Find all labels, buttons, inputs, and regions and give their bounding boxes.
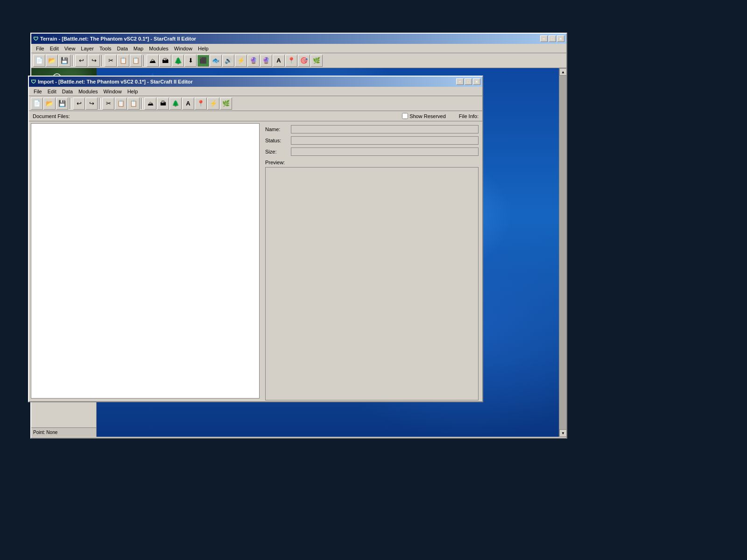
toolbar-doodad1[interactable]: ⚡	[235, 55, 247, 67]
import-tb-terrain2[interactable]: 🏔	[157, 98, 169, 110]
toolbar-tree[interactable]: 🌲	[172, 55, 184, 67]
import-tb-new[interactable]: 📄	[31, 98, 43, 110]
import-close-button[interactable]: ×	[473, 78, 480, 85]
file-info-label: File Info:	[459, 113, 479, 119]
menu-file[interactable]: File	[33, 45, 47, 52]
toolbar-new[interactable]: 📄	[33, 55, 45, 67]
preview-box	[265, 167, 479, 400]
import-menu-window[interactable]: Window	[101, 88, 125, 95]
import-tb-undo[interactable]: ↩	[73, 98, 85, 110]
close-button[interactable]: ×	[557, 35, 564, 42]
point-info: Point: None	[31, 427, 96, 437]
import-menu-data[interactable]: Data	[59, 88, 76, 95]
size-label: Size:	[265, 149, 291, 154]
toolbar-open[interactable]: 📂	[46, 55, 58, 67]
toolbar-redo[interactable]: ↪	[88, 55, 100, 67]
menu-modules[interactable]: Modules	[146, 45, 171, 52]
toolbar-sep2	[101, 55, 103, 66]
import-dialog-title: Import - [Battle.net: The Phantom vSC2 0…	[38, 79, 193, 84]
size-value	[291, 147, 479, 156]
import-menu-modules[interactable]: Modules	[76, 88, 101, 95]
import-tb-redo[interactable]: ↪	[85, 98, 98, 110]
main-menubar: File Edit View Layer Tools Data Map Modu…	[31, 44, 566, 53]
import-menu-help[interactable]: Help	[125, 88, 141, 95]
name-value	[291, 125, 479, 133]
name-row: Name:	[265, 125, 479, 133]
menu-map[interactable]: Map	[131, 45, 146, 52]
import-menu-file[interactable]: File	[31, 88, 45, 95]
import-sep1	[70, 98, 71, 109]
toolbar-sep3	[143, 55, 145, 66]
menu-edit[interactable]: Edit	[47, 45, 62, 52]
import-tb-terrain1[interactable]: ⛰	[144, 98, 156, 110]
import-dialog: 🛡 Import - [Battle.net: The Phantom vSC2…	[28, 76, 483, 402]
menu-data[interactable]: Data	[114, 45, 131, 52]
import-maximize-button[interactable]: □	[465, 78, 472, 85]
preview-label: Preview:	[265, 160, 479, 165]
import-tb-open[interactable]: 📂	[43, 98, 56, 110]
toolbar-copy[interactable]: 📋	[117, 55, 129, 67]
import-titlebar-buttons: − □ ×	[456, 78, 480, 85]
toolbar-terrain1[interactable]: ⛰	[147, 55, 159, 67]
toolbar-target[interactable]: 🎯	[298, 55, 310, 67]
import-titlebar: 🛡 Import - [Battle.net: The Phantom vSC2…	[29, 77, 482, 87]
import-tb-cut[interactable]: ✂	[102, 98, 114, 110]
import-toolbar: 📄 📂 💾 ↩ ↪ ✂ 📋 📋 ⛰ 🏔 🌲 A 📍 ⚡ 🌿	[29, 96, 482, 111]
import-body: Document Files: Show Reserved File Info:…	[29, 111, 482, 400]
menu-window[interactable]: Window	[171, 45, 195, 52]
point-label: Point: None	[33, 430, 57, 435]
main-titlebar: 🛡 Terrain - [Battle.net: The Phantom vSC…	[31, 34, 566, 44]
status-value	[291, 136, 479, 145]
toolbar-foliage[interactable]: 🌿	[310, 55, 323, 67]
import-tb-zap[interactable]: ⚡	[207, 98, 219, 110]
preview-area: Preview:	[265, 160, 479, 400]
menu-tools[interactable]: Tools	[97, 45, 114, 52]
doc-files-label: Document Files:	[33, 113, 70, 119]
toolbar-terrain2[interactable]: 🏔	[159, 55, 171, 67]
toolbar-text[interactable]: A	[273, 55, 285, 67]
minimize-button[interactable]: −	[540, 35, 548, 42]
import-tb-text[interactable]: A	[182, 98, 194, 110]
import-panels: Name: Status: Size: Preview:	[29, 121, 482, 400]
toolbar-paste[interactable]: 📋	[130, 55, 142, 67]
scroll-down-button[interactable]: ▼	[559, 429, 567, 437]
file-info-panel: Name: Status: Size: Preview:	[261, 121, 482, 400]
show-reserved-row: Show Reserved	[402, 113, 446, 119]
import-tb-save[interactable]: 💾	[56, 98, 68, 110]
menu-view[interactable]: View	[62, 45, 78, 52]
import-sep3	[141, 98, 143, 109]
menu-help[interactable]: Help	[195, 45, 211, 52]
toolbar-cut[interactable]: ✂	[105, 55, 117, 67]
file-list-panel[interactable]	[31, 123, 260, 399]
maximize-button[interactable]: □	[549, 35, 556, 42]
import-tb-foliage[interactable]: 🌿	[220, 98, 232, 110]
import-header-left: Document Files:	[33, 113, 402, 119]
import-menu-edit[interactable]: Edit	[45, 88, 59, 95]
import-sep2	[99, 98, 101, 109]
toolbar-doodad3[interactable]: 🔮	[260, 55, 272, 67]
scroll-up-button[interactable]: ▲	[559, 68, 567, 76]
toolbar-sep1	[72, 55, 74, 66]
scroll-track[interactable]	[559, 76, 566, 429]
show-reserved-checkbox[interactable]	[402, 113, 408, 119]
toolbar-doodad2[interactable]: 🔮	[247, 55, 260, 67]
import-tb-pin[interactable]: 📍	[195, 98, 207, 110]
toolbar-undo[interactable]: ↩	[75, 55, 87, 67]
toolbar-save[interactable]: 💾	[58, 55, 70, 67]
toolbar-sound[interactable]: 🔊	[222, 55, 234, 67]
toolbar-down[interactable]: ⬇	[184, 55, 197, 67]
toolbar-block[interactable]: ⬛	[197, 55, 209, 67]
toolbar-fish[interactable]: 🐟	[210, 55, 222, 67]
menu-layer[interactable]: Layer	[78, 45, 97, 52]
import-tb-tree[interactable]: 🌲	[169, 98, 182, 110]
titlebar-buttons: − □ ×	[540, 35, 564, 42]
import-minimize-button[interactable]: −	[456, 78, 464, 85]
status-row: Status:	[265, 136, 479, 145]
main-window-title: Terrain - [Battle.net: The Phantom vSC2 …	[40, 36, 196, 42]
toolbar-pin[interactable]: 📍	[285, 55, 297, 67]
import-tb-copy[interactable]: 📋	[115, 98, 127, 110]
import-tb-paste[interactable]: 📋	[127, 98, 140, 110]
size-row: Size:	[265, 147, 479, 156]
show-reserved-label: Show Reserved	[409, 113, 446, 119]
main-toolbar: 📄 📂 💾 ↩ ↪ ✂ 📋 📋 ⛰ 🏔 🌲 ⬇ ⬛ 🐟 🔊 ⚡ 🔮 🔮 A 📍 …	[31, 53, 566, 68]
